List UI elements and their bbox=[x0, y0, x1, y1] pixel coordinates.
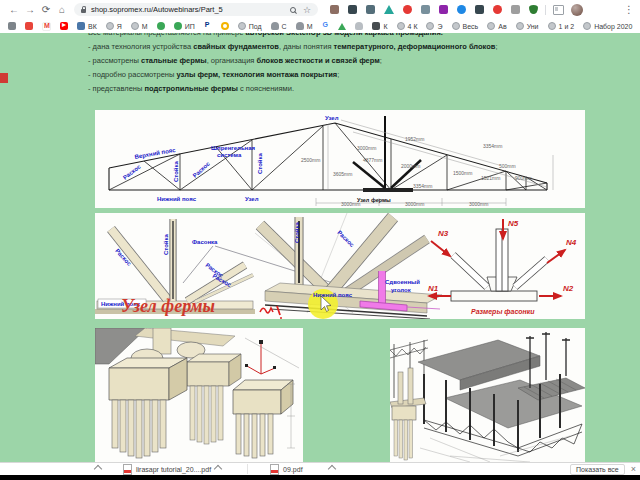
bookmark-item[interactable] bbox=[321, 22, 329, 30]
pdf-file-icon bbox=[270, 464, 279, 475]
label-uzel-bottom: Узел bbox=[245, 196, 259, 202]
bookmark-label: Под bbox=[249, 23, 262, 30]
vk-icon bbox=[77, 22, 85, 30]
red-circle-ext[interactable] bbox=[403, 5, 412, 14]
gmail-m-icon bbox=[42, 22, 51, 31]
bookmark-item[interactable] bbox=[338, 23, 346, 30]
intro-text: Все материалы представляются на примере … bbox=[88, 33, 583, 96]
svg-text:900mm: 900mm bbox=[515, 175, 532, 181]
gray-tool-ext[interactable] bbox=[421, 5, 430, 14]
teal-triangle-ext[interactable] bbox=[384, 5, 394, 14]
bookmark-label: К bbox=[383, 23, 387, 30]
page-edge-red-element bbox=[0, 73, 8, 83]
label-n1: N1 bbox=[428, 284, 439, 293]
bookmark-label: Набор 2020 bbox=[594, 23, 632, 30]
blue-circle-ext[interactable] bbox=[457, 5, 466, 14]
bookmark-label: С bbox=[282, 23, 287, 30]
bookmark-star-icon[interactable]: ☆ bbox=[303, 5, 311, 15]
profile-ext[interactable] bbox=[439, 5, 448, 14]
bookmark-item[interactable]: ИП bbox=[174, 22, 195, 30]
download-menu-caret-icon[interactable] bbox=[327, 465, 335, 473]
bookmark-item[interactable]: Весь bbox=[452, 22, 479, 30]
dark-player-ext[interactable] bbox=[348, 5, 357, 14]
bookmark-item[interactable]: Ав bbox=[487, 22, 506, 30]
download-item-2[interactable]: 09.pdf bbox=[270, 464, 334, 475]
back-icon[interactable]: ← bbox=[6, 4, 22, 15]
youtube-icon bbox=[60, 22, 68, 30]
bookmark-item[interactable]: Под bbox=[238, 22, 262, 30]
bookmark-item[interactable]: 4 К bbox=[397, 22, 418, 30]
pile-cap-1 bbox=[109, 358, 187, 400]
roof-slab-upper bbox=[418, 340, 540, 380]
pdf-file-icon bbox=[123, 464, 132, 475]
collapse-caret-icon[interactable] bbox=[94, 465, 102, 473]
address-bar[interactable]: shop.sopromex.ru/Autowebinars/Part_5 ☆ bbox=[74, 3, 318, 16]
bookmark-item[interactable]: Э bbox=[426, 22, 442, 30]
bookmark-item[interactable] bbox=[204, 22, 212, 30]
bookmark-item[interactable]: С bbox=[271, 22, 287, 30]
bookmark-item[interactable] bbox=[157, 22, 165, 30]
bookmark-item[interactable]: Уни bbox=[516, 22, 539, 30]
label-stoika-a: Стойка bbox=[163, 233, 169, 255]
printer-ext[interactable] bbox=[511, 5, 520, 14]
green-shield-ext[interactable] bbox=[529, 5, 538, 14]
opera-red-ext[interactable] bbox=[493, 5, 502, 14]
svg-text:500mm: 500mm bbox=[499, 163, 516, 169]
bookmark-item[interactable]: М bbox=[131, 22, 148, 30]
brown-square-ext[interactable] bbox=[330, 5, 339, 14]
bookmark-item[interactable]: К bbox=[372, 22, 387, 30]
green-circle-icon bbox=[174, 22, 182, 30]
forward-icon[interactable]: → bbox=[22, 4, 38, 15]
search-icon[interactable] bbox=[290, 7, 296, 13]
svg-text:1952mm: 1952mm bbox=[405, 136, 424, 142]
label-raskos-d: Раскос bbox=[336, 229, 355, 248]
label-n5: N5 bbox=[508, 219, 519, 228]
bookmark-item[interactable]: 1 и 2 bbox=[548, 22, 575, 30]
label-raskos-2: Раскос bbox=[192, 160, 212, 179]
bookmark-item[interactable]: Набор 2020 bbox=[583, 22, 632, 30]
highlighted-node bbox=[353, 116, 421, 192]
bookmark-label: ВК bbox=[88, 23, 97, 30]
download-menu-caret-icon[interactable] bbox=[214, 465, 222, 473]
bookmark-label: 4 К bbox=[408, 23, 418, 30]
profile-avatar[interactable] bbox=[571, 4, 583, 16]
bookmark-label: 1 и 2 bbox=[559, 23, 575, 30]
bookmark-item[interactable] bbox=[60, 22, 68, 30]
menu-kebab-icon[interactable]: ⋮ bbox=[624, 4, 634, 15]
home-icon[interactable]: ⌂ bbox=[54, 4, 70, 15]
show-all-downloads-button[interactable]: Показать все bbox=[570, 464, 625, 475]
truss-scheme-drawing: Верхний пояс Раскос Стойка Раскос Шпренг… bbox=[95, 110, 585, 208]
intro-line-2: - дана технология устройства свайных фун… bbox=[88, 40, 583, 54]
screenshot-ext[interactable] bbox=[366, 5, 375, 14]
label-n3: N3 bbox=[438, 229, 449, 238]
bookmark-item[interactable] bbox=[25, 22, 33, 30]
label-stoika-2: Стойка bbox=[257, 152, 263, 174]
download-item-1[interactable]: lirasapr tutorial_20....pdf bbox=[123, 464, 221, 475]
pile-foundation-figure bbox=[95, 328, 303, 462]
bookmark-item[interactable] bbox=[355, 22, 363, 30]
bookmark-label: М bbox=[142, 23, 148, 30]
label-lower-b: Нижний пояс bbox=[313, 292, 353, 298]
svg-text:1500mm: 1500mm bbox=[453, 170, 472, 176]
cart-ext[interactable] bbox=[475, 5, 484, 14]
downloads-divider bbox=[247, 464, 248, 474]
globe-icon bbox=[397, 22, 405, 30]
bookmarks-bar-items: ВКЯМИППодСМК4 КЭВесьАвУни1 и 2Набор 2020… bbox=[0, 19, 640, 33]
bookmark-item[interactable] bbox=[8, 22, 16, 30]
bookmark-item[interactable]: ВК bbox=[77, 22, 97, 30]
reload-icon[interactable]: ⟳ bbox=[38, 4, 54, 15]
bookmark-label: ИП bbox=[185, 23, 195, 30]
apps-grid-icon bbox=[8, 22, 16, 30]
building-frame-figure bbox=[390, 328, 585, 462]
bookmark-item[interactable] bbox=[221, 22, 229, 30]
side-panel-icon[interactable] bbox=[553, 5, 564, 15]
label-shprengel-2: система bbox=[217, 152, 242, 158]
bookmark-item[interactable]: Я bbox=[106, 22, 122, 30]
close-downloads-icon[interactable]: × bbox=[631, 464, 636, 474]
bookmark-item[interactable] bbox=[42, 22, 51, 31]
bookmark-label: Я bbox=[117, 23, 122, 30]
bookmark-item[interactable]: М bbox=[296, 22, 313, 30]
pile-foundation-drawing bbox=[95, 328, 303, 462]
building-frame-drawing bbox=[390, 328, 585, 462]
label-ugolok-2: уголок bbox=[391, 287, 411, 293]
